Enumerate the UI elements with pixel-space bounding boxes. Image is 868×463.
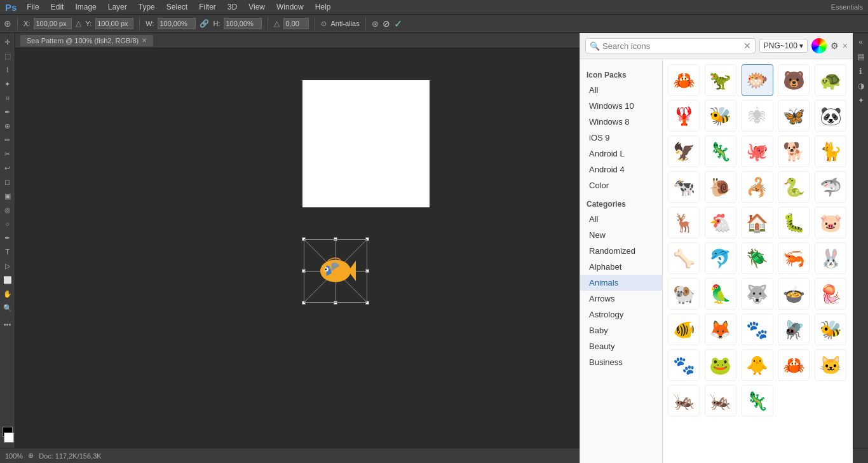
eraser-tool[interactable]: ◻ xyxy=(1,176,14,188)
icon-snail[interactable]: 🐌 xyxy=(705,171,736,203)
pack-windows10[interactable]: Windows 10 xyxy=(580,98,662,114)
pack-all[interactable]: All xyxy=(580,82,662,98)
icon-dragonfly2[interactable]: 🦗 xyxy=(668,385,700,417)
icon-mantis[interactable]: 🦗 xyxy=(705,385,736,417)
gradient-tool[interactable]: ▣ xyxy=(1,190,14,202)
icon-lobster[interactable]: 🦞 xyxy=(668,100,700,132)
cat-arrows[interactable]: Arrows xyxy=(580,291,662,307)
icon-fishbowl[interactable]: 🐠 xyxy=(668,314,700,345)
cat-all[interactable]: All xyxy=(580,211,662,227)
fish-transform-container[interactable] xyxy=(304,239,367,303)
icon-rabbit[interactable]: 🐰 xyxy=(815,242,846,274)
clone-tool[interactable]: ✂ xyxy=(1,148,14,160)
pack-color[interactable]: Color xyxy=(580,177,662,193)
search-clear-button[interactable]: ✕ xyxy=(743,41,751,51)
icon-crab[interactable]: 🦀 xyxy=(668,64,700,96)
cancel-button[interactable]: ⊘ xyxy=(383,18,390,29)
brush-tool[interactable]: ✏ xyxy=(1,134,14,146)
shape-tool[interactable]: ⬜ xyxy=(1,273,14,286)
properties-panel-icon[interactable]: ℹ xyxy=(855,65,867,78)
icon-fox[interactable]: 🦊 xyxy=(705,314,736,345)
icons-grid-area[interactable]: 🦀 🦖 🐡 🐻 🐢 🦞 🐝 🕷 🦋 🐼 🦅 🦎 🐙 🐕 🐈 🐄 xyxy=(663,59,853,463)
link-icon[interactable]: 🔗 xyxy=(200,19,209,28)
icon-jellyfish[interactable]: 🪼 xyxy=(815,278,846,310)
icon-turtle[interactable]: 🐢 xyxy=(815,64,846,96)
more-tools[interactable]: ••• xyxy=(1,318,14,331)
styles-icon[interactable]: ✦ xyxy=(855,94,867,107)
icon-paw2[interactable]: 🐾 xyxy=(668,349,700,381)
cat-randomized[interactable]: Randomized xyxy=(580,243,662,259)
blur-tool[interactable]: ◎ xyxy=(1,204,14,216)
icon-shrimp[interactable]: 🦐 xyxy=(778,242,810,274)
selection-tool[interactable]: ⬚ xyxy=(1,50,14,62)
x-input[interactable] xyxy=(34,18,72,29)
icon-panda[interactable]: 🐼 xyxy=(815,100,846,132)
icon-lizard2[interactable]: 🦎 xyxy=(742,385,773,417)
icon-dragonfly[interactable]: 🪰 xyxy=(778,314,810,345)
icon-bee2[interactable]: 🐝 xyxy=(815,314,846,345)
cat-alphabet[interactable]: Alphabet xyxy=(580,259,662,275)
icon-paw[interactable]: 🐾 xyxy=(742,314,773,345)
lasso-tool[interactable]: ⌇ xyxy=(1,64,14,76)
cat-business[interactable]: Business xyxy=(580,354,662,370)
magic-wand-tool[interactable]: ✦ xyxy=(1,78,14,90)
icon-fish-selected[interactable]: 🐡 xyxy=(742,64,773,96)
menu-window[interactable]: Window xyxy=(271,1,309,13)
panel-close-button[interactable]: × xyxy=(843,41,848,51)
layers-panel-icon[interactable]: ▤ xyxy=(855,50,867,63)
icon-deer[interactable]: 🦌 xyxy=(668,207,700,238)
text-tool[interactable]: T xyxy=(1,245,14,258)
menu-select[interactable]: Select xyxy=(161,1,193,13)
icon-scorpion[interactable]: 🦂 xyxy=(742,171,773,203)
menu-image[interactable]: Image xyxy=(70,1,101,13)
warp-icon[interactable]: ⊛ xyxy=(372,19,379,29)
icon-dog[interactable]: 🐕 xyxy=(778,135,810,167)
icon-bone[interactable]: 🦴 xyxy=(668,242,700,274)
pack-android-l[interactable]: Android L xyxy=(580,146,662,162)
tab-close-button[interactable]: ✕ xyxy=(142,37,147,44)
cat-astrology[interactable]: Astrology xyxy=(580,307,662,322)
menu-help[interactable]: Help xyxy=(310,1,336,13)
pen-tool[interactable]: ✒ xyxy=(1,232,14,244)
icon-frog[interactable]: 🐸 xyxy=(705,349,736,381)
icon-ram[interactable]: 🐏 xyxy=(668,278,700,310)
icon-dinosaur[interactable]: 🦖 xyxy=(705,64,736,96)
icon-beetle[interactable]: 🪲 xyxy=(742,242,773,274)
icon-chick[interactable]: 🐥 xyxy=(742,349,773,381)
color-picker-button[interactable] xyxy=(811,38,827,53)
settings-button[interactable]: ⚙ xyxy=(831,41,839,51)
path-select-tool[interactable]: ▷ xyxy=(1,259,14,272)
angle-input[interactable] xyxy=(283,18,309,29)
menu-3d[interactable]: 3D xyxy=(222,1,242,13)
dodge-tool[interactable]: ○ xyxy=(1,218,14,230)
icon-snake[interactable]: 🐍 xyxy=(778,171,810,203)
search-input[interactable] xyxy=(602,41,741,51)
icon-crab2[interactable]: 🦀 xyxy=(778,349,810,381)
icon-dolphin[interactable]: 🐬 xyxy=(705,242,736,274)
format-selector[interactable]: PNG~100 ▾ xyxy=(759,39,808,53)
move-tool[interactable]: ✛ xyxy=(1,36,14,48)
search-box[interactable]: 🔍 ✕ xyxy=(585,38,756,53)
icon-bug[interactable]: 🐛 xyxy=(778,207,810,238)
icon-chicken[interactable]: 🐔 xyxy=(705,207,736,238)
h-input[interactable] xyxy=(224,18,262,29)
icon-shark[interactable]: 🦈 xyxy=(815,171,846,203)
icon-house[interactable]: 🏠 xyxy=(742,207,773,238)
cat-baby[interactable]: Baby xyxy=(580,322,662,338)
icon-wolf[interactable]: 🐺 xyxy=(742,278,773,310)
icon-pig[interactable]: 🐷 xyxy=(815,207,846,238)
history-brush-tool[interactable]: ↩ xyxy=(1,162,14,174)
icon-bear[interactable]: 🐻 xyxy=(778,64,810,96)
pack-ios9[interactable]: iOS 9 xyxy=(580,130,662,146)
pack-android4[interactable]: Android 4 xyxy=(580,162,662,177)
icon-cow[interactable]: 🐄 xyxy=(668,171,700,203)
cat-beauty[interactable]: Beauty xyxy=(580,338,662,354)
icon-butterfly[interactable]: 🦋 xyxy=(778,100,810,132)
icon-cat[interactable]: 🐈 xyxy=(815,135,846,167)
menu-filter[interactable]: Filter xyxy=(194,1,221,13)
menu-file[interactable]: File xyxy=(22,1,44,13)
crop-tool[interactable]: ⌗ xyxy=(1,92,14,104)
icon-food-bowl[interactable]: 🍲 xyxy=(778,278,810,310)
menu-view[interactable]: View xyxy=(243,1,270,13)
icon-lizard[interactable]: 🦎 xyxy=(705,135,736,167)
